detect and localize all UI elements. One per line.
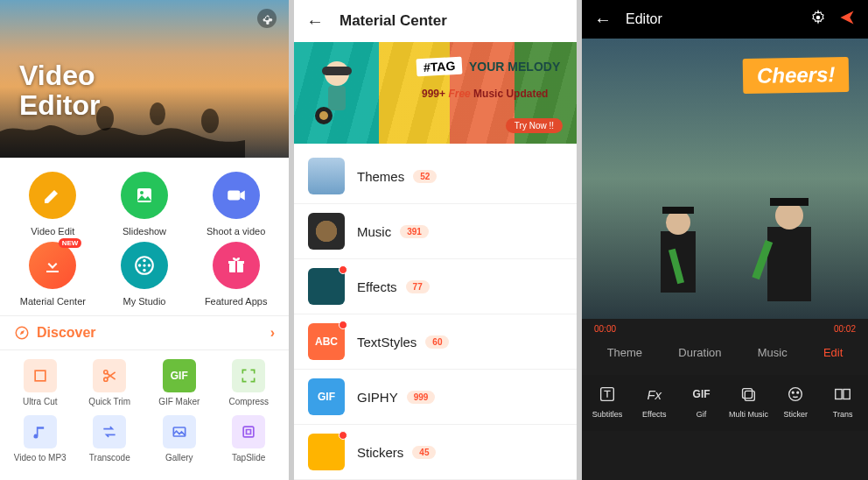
music-row[interactable]: Music391 bbox=[294, 204, 577, 259]
gallery-button[interactable]: Gallery bbox=[144, 415, 214, 462]
svg-rect-31 bbox=[767, 227, 811, 301]
label: Shoot a video bbox=[206, 226, 265, 236]
shoot-video-button[interactable]: Shoot a video bbox=[190, 172, 282, 236]
quick-trim-button[interactable]: Quick Trim bbox=[75, 359, 145, 406]
tools-grid: Ultra Cut Quick Trim GIFGIF Maker Compre… bbox=[0, 350, 289, 471]
label: GIF Maker bbox=[158, 397, 200, 406]
pencil-icon bbox=[42, 185, 63, 206]
discover-row[interactable]: Discover › bbox=[0, 315, 289, 350]
back-button[interactable]: ← bbox=[306, 11, 324, 32]
image-icon bbox=[134, 185, 155, 206]
slideshow-button[interactable]: Slideshow bbox=[99, 172, 191, 236]
gift-icon bbox=[226, 255, 247, 276]
row-count: 45 bbox=[412, 446, 436, 459]
settings-button[interactable] bbox=[257, 9, 276, 28]
label: Compress bbox=[228, 397, 269, 406]
crop-icon bbox=[32, 367, 49, 385]
tapslide-icon bbox=[240, 423, 257, 441]
svg-point-38 bbox=[789, 388, 802, 401]
tab-duration[interactable]: Duration bbox=[678, 346, 721, 359]
giphy-row[interactable]: GIFGIPHY999 bbox=[294, 370, 577, 425]
time-end: 00:02 bbox=[834, 324, 856, 334]
layers-icon bbox=[738, 385, 758, 404]
dj-character-icon bbox=[306, 54, 368, 124]
graduate-figure-2 bbox=[746, 187, 833, 310]
row-label: TextStyles bbox=[357, 335, 416, 349]
label: Gif bbox=[696, 410, 707, 419]
my-studio-button[interactable]: My Studio bbox=[99, 242, 191, 307]
screen-title: Editor bbox=[626, 11, 662, 27]
featured-apps-button[interactable]: Featured Apps bbox=[190, 242, 282, 307]
svg-point-28 bbox=[666, 210, 690, 235]
label: Transcode bbox=[89, 453, 130, 462]
back-button[interactable]: ← bbox=[594, 10, 612, 30]
effects-row[interactable]: Effects77 bbox=[294, 259, 577, 314]
label: Video Edit bbox=[31, 226, 74, 236]
row-count: 52 bbox=[413, 170, 437, 183]
discover-label: Discover bbox=[37, 325, 96, 341]
svg-rect-37 bbox=[746, 391, 755, 400]
sticker-tool[interactable]: Sticker bbox=[772, 384, 819, 419]
gear-icon bbox=[261, 12, 273, 25]
promo-banner[interactable]: #TAG YOUR MELODY 999+ Free Music Updated… bbox=[294, 42, 577, 144]
compress-button[interactable]: Compress bbox=[214, 359, 284, 406]
row-count: 60 bbox=[425, 335, 449, 349]
gallery-icon bbox=[171, 423, 188, 441]
effects-thumb bbox=[308, 268, 345, 305]
tapslide-button[interactable]: TapSlide bbox=[214, 415, 284, 462]
row-label: Effects bbox=[357, 279, 397, 294]
label: My Studio bbox=[123, 296, 166, 307]
effects-tool[interactable]: FxEffects bbox=[631, 384, 678, 419]
svg-point-8 bbox=[143, 269, 145, 272]
svg-point-1 bbox=[150, 102, 165, 125]
gif-tool[interactable]: GIFGif bbox=[678, 384, 725, 419]
chevron-right-icon: › bbox=[270, 325, 275, 341]
subtitles-tool[interactable]: Subtitles bbox=[584, 384, 631, 419]
transition-tool[interactable]: Trans bbox=[819, 384, 866, 419]
stickers-thumb bbox=[308, 434, 345, 470]
hero-banner: Video Editor bbox=[0, 0, 289, 158]
video-edit-button[interactable]: Video Edit bbox=[7, 172, 99, 236]
svg-rect-23 bbox=[328, 86, 346, 110]
transcode-button[interactable]: Transcode bbox=[75, 415, 145, 462]
label: Subtitles bbox=[592, 410, 623, 419]
themes-row[interactable]: Themes52 bbox=[294, 149, 577, 204]
svg-point-4 bbox=[140, 191, 144, 194]
label: Trans bbox=[833, 410, 853, 419]
material-center-button[interactable]: NEW Material Center bbox=[7, 242, 99, 307]
settings-button[interactable] bbox=[810, 10, 826, 29]
label: Quick Trim bbox=[88, 397, 130, 406]
stickers-row[interactable]: Stickers45 bbox=[294, 425, 577, 480]
tab-theme[interactable]: Theme bbox=[607, 346, 642, 359]
video-preview[interactable]: Cheers! bbox=[582, 39, 868, 319]
export-button[interactable] bbox=[838, 9, 856, 30]
svg-rect-29 bbox=[662, 207, 694, 214]
multi-music-tool[interactable]: Multi Music bbox=[724, 384, 772, 419]
row-count: 999 bbox=[407, 391, 436, 404]
video-to-mp3-button[interactable]: Video to MP3 bbox=[5, 415, 75, 462]
label: TapSlide bbox=[232, 453, 265, 462]
svg-rect-5 bbox=[228, 191, 240, 201]
svg-rect-42 bbox=[844, 390, 850, 399]
ultra-cut-button[interactable]: Ultra Cut bbox=[5, 359, 75, 406]
edit-toolbar: Subtitles FxEffects GIFGif Multi Music S… bbox=[582, 375, 868, 431]
new-dot bbox=[339, 321, 347, 329]
gif-maker-button[interactable]: GIFGIF Maker bbox=[144, 359, 214, 406]
graduate-figure-1 bbox=[643, 196, 713, 301]
gif-badge: GIF bbox=[163, 359, 196, 392]
row-count: 391 bbox=[400, 225, 429, 238]
svg-point-18 bbox=[104, 371, 108, 374]
try-now-button[interactable]: Try Now !! bbox=[506, 118, 563, 133]
transcode-icon bbox=[101, 423, 118, 441]
svg-point-25 bbox=[319, 111, 328, 120]
tab-edit[interactable]: Edit bbox=[823, 346, 843, 359]
svg-point-26 bbox=[816, 16, 821, 20]
label: Ultra Cut bbox=[23, 397, 57, 406]
compass-icon bbox=[14, 325, 30, 341]
tab-music[interactable]: Music bbox=[758, 346, 788, 359]
svg-rect-16 bbox=[35, 371, 46, 381]
sticker-icon bbox=[786, 385, 805, 404]
banner-tag-rest: YOUR MELODY bbox=[469, 60, 560, 74]
textstyles-row[interactable]: ABCTextStyles60 bbox=[294, 314, 577, 370]
timeline[interactable]: 00:00 00:02 bbox=[582, 319, 868, 334]
